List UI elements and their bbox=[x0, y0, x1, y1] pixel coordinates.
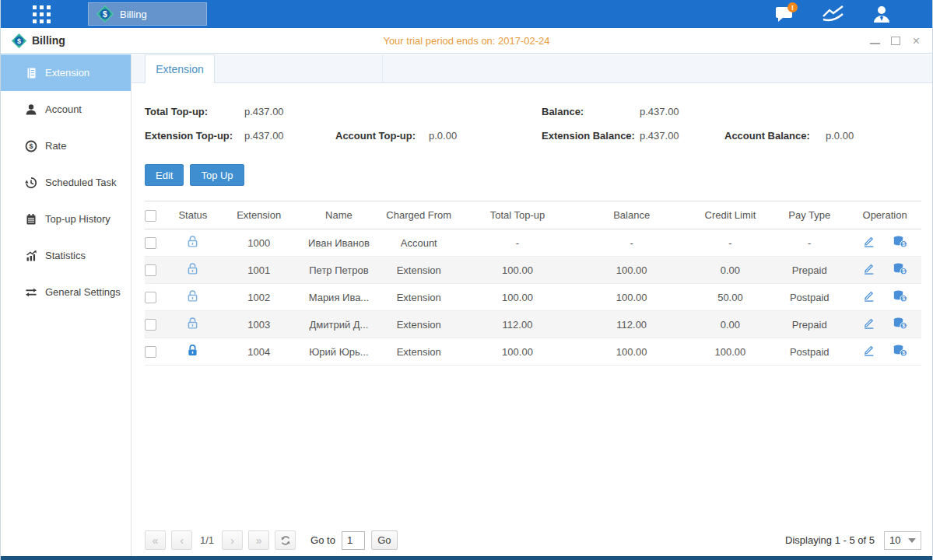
billing-diamond-icon: $ bbox=[12, 33, 26, 48]
stats-icon bbox=[25, 250, 37, 262]
goto-page-input[interactable] bbox=[342, 531, 365, 550]
next-page-button[interactable]: › bbox=[222, 530, 243, 550]
sidebar-item-scheduled-task[interactable]: Scheduled Task bbox=[1, 164, 131, 201]
notifications-button[interactable]: ! bbox=[772, 2, 798, 26]
sidebar-item-statistics[interactable]: Statistics bbox=[1, 237, 131, 274]
extension-topup-value: p.437.00 bbox=[244, 130, 335, 142]
sidebar-item-rate[interactable]: $ Rate bbox=[1, 128, 131, 164]
select-all-checkbox[interactable] bbox=[145, 210, 156, 222]
pay-type-cell: Prepaid bbox=[770, 311, 848, 338]
charged-from-cell: Extension bbox=[376, 338, 461, 366]
operation-cell: $ bbox=[848, 338, 921, 366]
total-topup-label: Total Top-up: bbox=[145, 106, 244, 117]
svg-text:$: $ bbox=[17, 37, 21, 44]
row-checkbox[interactable] bbox=[145, 346, 156, 358]
page-size-value: 10 bbox=[889, 534, 900, 546]
top-up-extension-icon[interactable]: $ bbox=[893, 289, 907, 305]
top-up-extension-icon[interactable]: $ bbox=[893, 317, 907, 332]
sidebar-item-label: Extension bbox=[45, 67, 89, 79]
table-row[interactable]: 1004 Юрий Юрь... Extension 100.00 100.00… bbox=[145, 338, 921, 366]
first-page-button[interactable]: « bbox=[145, 530, 166, 550]
sidebar-item-label: Rate bbox=[45, 140, 66, 152]
row-checkbox[interactable] bbox=[145, 237, 156, 249]
sidebar-item-general-settings[interactable]: General Settings bbox=[1, 274, 131, 310]
table-row[interactable]: 1003 Дмитрий Д... Extension 112.00 112.0… bbox=[145, 311, 921, 338]
column-header-pay-type: Pay Type bbox=[770, 201, 848, 229]
svg-text:$: $ bbox=[902, 350, 905, 356]
refresh-button[interactable] bbox=[275, 530, 296, 550]
reports-button[interactable] bbox=[820, 2, 847, 26]
prev-page-button[interactable]: ‹ bbox=[171, 530, 192, 550]
close-button[interactable]: × bbox=[911, 36, 921, 46]
extension-cell: 1002 bbox=[216, 284, 302, 311]
window-title: Billing bbox=[32, 34, 65, 47]
lock-open-icon bbox=[186, 293, 199, 305]
balance-cell: 112.00 bbox=[573, 311, 690, 338]
row-checkbox[interactable] bbox=[145, 319, 156, 331]
edit-extension-icon[interactable] bbox=[862, 289, 875, 305]
credit-limit-cell: 0.00 bbox=[690, 257, 771, 284]
table-row[interactable]: 1002 Мария Ива... Extension 100.00 100.0… bbox=[145, 284, 921, 311]
taskbar-tab-billing[interactable]: $ Billing bbox=[88, 2, 207, 26]
trial-notice: Your trial period ends on: 2017-02-24 bbox=[1, 35, 932, 47]
total-topup-cell: 100.00 bbox=[461, 257, 573, 284]
top-taskbar: $ Billing ! bbox=[1, 0, 932, 28]
extension-balance-label: Extension Balance: bbox=[542, 130, 640, 142]
extension-cell: 1003 bbox=[216, 311, 302, 338]
sidebar-item-extension[interactable]: Extension bbox=[1, 54, 131, 91]
sidebar-item-label: Scheduled Task bbox=[45, 177, 117, 188]
status-cell bbox=[170, 311, 216, 338]
line-chart-icon bbox=[822, 5, 845, 23]
maximize-button[interactable] bbox=[891, 37, 900, 45]
sidebar-item-label: General Settings bbox=[45, 286, 121, 298]
refresh-icon bbox=[280, 535, 291, 546]
history-clock-icon bbox=[25, 177, 37, 189]
credit-limit-cell: 100.00 bbox=[690, 338, 771, 366]
action-bar: Edit Top Up bbox=[145, 164, 921, 186]
minimize-button[interactable] bbox=[870, 38, 880, 44]
column-header-name: Name bbox=[302, 201, 377, 229]
table-row[interactable]: 1001 Петр Петров Extension 100.00 100.00… bbox=[145, 257, 921, 284]
credit-limit-cell: - bbox=[690, 229, 771, 257]
edit-extension-icon[interactable] bbox=[862, 235, 875, 250]
status-cell bbox=[170, 338, 216, 366]
name-cell: Юрий Юрь... bbox=[302, 338, 377, 366]
app-grid-icon[interactable] bbox=[27, 5, 55, 24]
lock-open-icon bbox=[186, 239, 199, 250]
page-size-select[interactable]: 10 bbox=[884, 531, 921, 550]
row-checkbox[interactable] bbox=[145, 264, 156, 276]
total-topup-cell: 112.00 bbox=[461, 311, 573, 338]
go-button[interactable]: Go bbox=[371, 530, 398, 550]
top-up-extension-icon[interactable]: $ bbox=[893, 344, 907, 359]
edit-extension-icon[interactable] bbox=[862, 344, 875, 359]
total-topup-value: p.437.00 bbox=[244, 106, 542, 117]
edit-extension-icon[interactable] bbox=[862, 317, 875, 332]
sidebar-item-account[interactable]: Account bbox=[1, 91, 131, 128]
svg-text:$: $ bbox=[902, 268, 905, 275]
pay-type-cell: Postpaid bbox=[770, 338, 848, 366]
lock-closed-icon bbox=[186, 348, 199, 359]
billing-diamond-icon: $ bbox=[96, 5, 114, 23]
row-checkbox[interactable] bbox=[145, 292, 156, 303]
account-topup-value: p.0.00 bbox=[429, 130, 542, 142]
user-account-button[interactable] bbox=[868, 2, 895, 26]
operation-cell: $ bbox=[848, 229, 921, 257]
top-up-extension-icon[interactable]: $ bbox=[893, 235, 907, 250]
top-up-extension-icon[interactable]: $ bbox=[893, 262, 907, 278]
credit-limit-cell: 50.00 bbox=[690, 284, 771, 311]
extension-table: Status Extension Name Charged From Total… bbox=[145, 201, 921, 366]
tab-extension[interactable]: Extension bbox=[145, 54, 215, 83]
edit-extension-icon[interactable] bbox=[862, 262, 875, 278]
name-cell: Петр Петров bbox=[302, 257, 377, 284]
dollar-circle-icon: $ bbox=[25, 140, 37, 152]
charged-from-cell: Extension bbox=[376, 284, 461, 311]
main-panel: Extension Total Top-up: p.437.00 Balance… bbox=[132, 54, 932, 556]
top-up-button[interactable]: Top Up bbox=[190, 164, 244, 186]
balance-value: p.437.00 bbox=[640, 106, 679, 117]
sidebar-item-topup-history[interactable]: Top-up History bbox=[1, 201, 131, 237]
account-balance-value: p.0.00 bbox=[826, 130, 854, 142]
last-page-button[interactable]: » bbox=[248, 530, 269, 550]
table-row[interactable]: 1000 Иван Иванов Account - - - - bbox=[145, 229, 921, 257]
tab-strip: Extension bbox=[132, 54, 932, 83]
edit-button[interactable]: Edit bbox=[145, 164, 184, 186]
